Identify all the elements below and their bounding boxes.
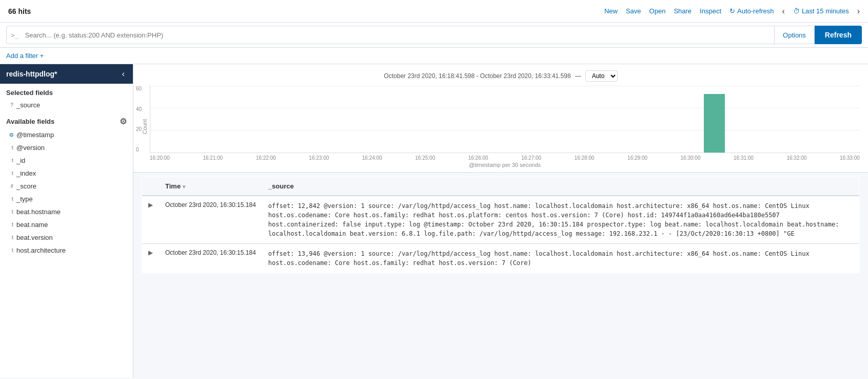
chart-bar [704,94,725,153]
chart-time-range: October 23rd 2020, 16:18:41.598 - Octobe… [384,72,570,80]
sidebar: redis-httpdlog* ‹ Selected fields ? _sou… [0,64,133,377]
chart-header: October 23rd 2020, 16:18:41.598 - Octobe… [142,70,860,82]
open-link[interactable]: Open [649,7,666,15]
time-cell: October 23rd 2020, 16:30:15.184 [159,244,262,273]
chart-inner: 60 40 20 0 [150,86,860,168]
field-name: _source [16,101,40,109]
field-id[interactable]: t _id [0,154,133,167]
search-bar: >_ Options Refresh [0,23,868,48]
search-input[interactable] [23,31,774,39]
search-prompt: >_ [7,31,23,39]
field-host-architecture[interactable]: t host.architecture [0,244,133,257]
results-table: Time ▾ _source ▶ October 23rd 2020, 16:3… [142,177,860,273]
selected-fields-header: Selected fields [0,84,133,99]
field-timestamp[interactable]: ⊙ @timestamp [0,128,133,141]
table-row: ▶ October 23rd 2020, 16:30:15.184 offset… [142,244,860,273]
time-range-button[interactable]: ⏱ Last 15 minutes [793,7,849,15]
source-cell: offset: 12,842 @version: 1 source: /var/… [262,196,860,244]
available-fields-header: Available fields ⚙ [0,111,133,128]
search-input-wrap: >_ [6,26,775,44]
prev-time-button[interactable]: ‹ [782,7,785,16]
sidebar-collapse-button[interactable]: ‹ [120,69,127,79]
chart-interval-select[interactable]: Auto [585,70,618,82]
field-type-clock: ⊙ [6,132,13,138]
chart-y-label: Count [142,119,148,134]
chart-container: Count 60 40 20 0 [142,86,860,168]
x-axis-title: @timestamp per 30 seconds [150,162,860,168]
save-link[interactable]: Save [626,7,641,15]
refresh-button[interactable]: Refresh [815,26,862,44]
expand-cell[interactable]: ▶ [142,196,160,244]
auto-refresh-button[interactable]: ↻ Auto-refresh [729,7,774,15]
field-type-t: t [6,145,13,150]
field-beat-version[interactable]: t beat.version [0,231,133,244]
field-beat-name[interactable]: t beat.name [0,218,133,231]
top-bar: 66 hits New Save Open Share Inspect ↻ Au… [0,0,868,23]
content-area: October 23rd 2020, 16:18:41.598 - Octobe… [133,64,868,377]
gear-icon[interactable]: ⚙ [120,117,127,126]
col-expand [142,177,160,196]
inspect-link[interactable]: Inspect [700,7,721,15]
add-filter-button[interactable]: Add a filter + [6,52,44,60]
expand-cell[interactable]: ▶ [142,244,160,273]
chart-section: October 23rd 2020, 16:18:41.598 - Octobe… [133,64,868,173]
next-time-button[interactable]: › [857,7,860,16]
field-version[interactable]: t @version [0,141,133,154]
hits-count: 66 hits [8,7,31,15]
refresh-icon: ↻ [729,7,735,15]
main-layout: redis-httpdlog* ‹ Selected fields ? _sou… [0,64,868,377]
y-tick-labels: 60 40 20 0 [136,86,142,153]
field-beat-hostname[interactable]: t beat.hostname [0,205,133,218]
expand-button[interactable]: ▶ [148,201,153,209]
source-cell: offset: 13,946 @version: 1 source: /var/… [262,244,860,273]
field-score[interactable]: # _score [0,180,133,193]
share-link[interactable]: Share [674,7,692,15]
bar-container [150,86,860,153]
chart-grid: 60 40 20 0 [150,86,860,153]
field-type[interactable]: t _type [0,193,133,205]
col-time-header[interactable]: Time ▾ [159,177,262,196]
results-section: Time ▾ _source ▶ October 23rd 2020, 16:3… [133,173,868,377]
top-nav: New Save Open Share Inspect ↻ Auto-refre… [604,7,860,16]
expand-button[interactable]: ▶ [148,249,153,256]
time-cell: October 23rd 2020, 16:30:15.184 [159,196,262,244]
sort-arrow: ▾ [183,184,185,190]
filter-row: Add a filter + [0,48,868,64]
col-source-header: _source [262,177,860,196]
options-button[interactable]: Options [775,26,815,44]
index-name[interactable]: redis-httpdlog* ‹ [0,64,133,84]
selected-field-source[interactable]: ? _source [0,99,133,111]
field-index[interactable]: t _index [0,167,133,180]
table-row: ▶ October 23rd 2020, 16:30:15.184 offset… [142,196,860,244]
x-axis-labels: 16:20:00 16:21:00 16:22:00 16:23:00 16:2… [150,155,860,161]
clock-icon: ⏱ [793,7,800,15]
new-link[interactable]: New [604,7,618,15]
field-type-badge: ? [6,102,13,108]
